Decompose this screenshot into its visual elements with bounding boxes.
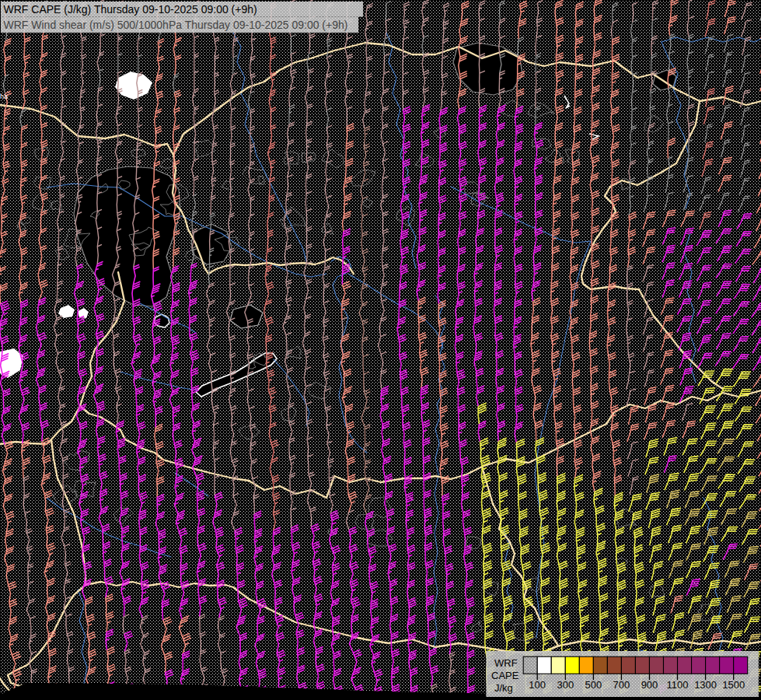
svg-text:100: 100: [529, 679, 546, 691]
svg-text:900: 900: [641, 679, 658, 691]
svg-text:500: 500: [585, 679, 602, 691]
svg-text:300: 300: [557, 679, 574, 691]
svg-text:1500: 1500: [722, 679, 745, 691]
svg-text:J/kg: J/kg: [494, 682, 513, 694]
svg-text:1300: 1300: [694, 679, 717, 691]
svg-text:CAPE: CAPE: [491, 670, 519, 681]
svg-text:WRF Wind shear (m/s) 500/1000h: WRF Wind shear (m/s) 500/1000hPa Thursda…: [4, 19, 348, 31]
svg-text:WRF CAPE (J/kg) Thursday 09-10: WRF CAPE (J/kg) Thursday 09-10-2025 09:0…: [4, 3, 257, 16]
svg-text:1100: 1100: [667, 679, 689, 691]
svg-text:Pha: Pha: [0, 93, 8, 100]
svg-text:WRF: WRF: [494, 657, 518, 669]
svg-text:700: 700: [613, 679, 630, 691]
